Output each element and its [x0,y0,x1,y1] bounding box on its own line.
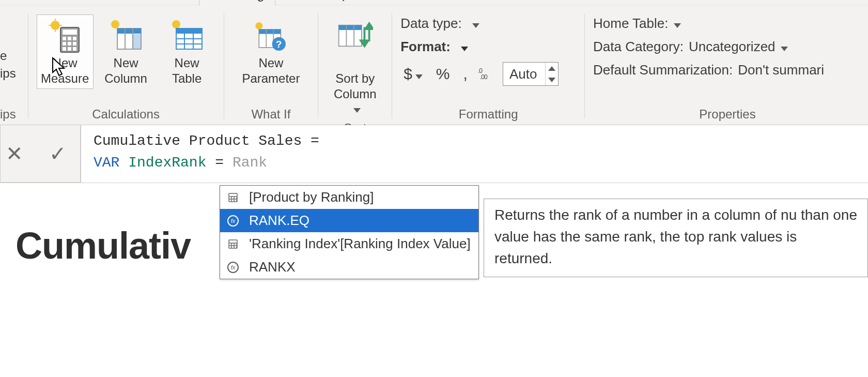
intellisense-item-label: RANK.EQ [249,213,309,229]
svg-rect-21 [133,34,141,49]
ribbon-separator [584,13,585,118]
svg-rect-57 [229,240,237,243]
percent-format-button[interactable]: % [433,65,453,83]
new-column-button[interactable]: New Column [98,14,154,89]
share-button[interactable]: Share [803,0,834,2]
ribbon-separator [318,13,318,118]
formula-line-1: Cumulative Product Sales = [94,130,858,152]
intellisense-tooltip: Returns the rank of a number in a column… [484,199,868,277]
svg-text:?: ? [276,39,282,50]
decimal-places-spinner[interactable]: Auto [503,62,559,86]
clipped-text-1: e [0,49,7,63]
intellisense-item-label: 'Ranking Index'[Ranking Index Value] [249,236,471,252]
function-icon: fx [225,260,241,275]
ribbon-group-formatting: Data type: Format: $ % , .0 [394,5,582,125]
default-summarization-label: Default Summarization: [593,62,733,78]
function-icon: fx [225,213,241,229]
data-category-value: Uncategorized [689,39,776,55]
intellisense-popup: [Product by Ranking] fx RANK.EQ 'Ranking… [220,185,479,279]
svg-rect-63 [235,246,236,248]
intellisense-item-label: [Product by Ranking] [249,189,374,205]
decimal-places-icon: .0 .00 [478,65,495,83]
currency-format-button[interactable]: $ [400,65,426,83]
intellisense-item[interactable]: [Product by Ranking] [220,186,478,209]
data-category-label: Data Category: [593,39,684,55]
formula-accept-button[interactable]: ✓ [49,143,67,164]
formula-editor[interactable]: Cumulative Product Sales = VAR IndexRank… [81,125,868,183]
ribbon-group-whatif: ? New Parameter What If [226,5,316,125]
ribbon-separator [224,13,224,118]
svg-rect-18 [117,28,141,34]
decimal-places-value: Auto [503,66,546,82]
new-column-icon [108,18,144,54]
svg-point-22 [172,20,180,28]
format-dropdown[interactable] [461,39,468,55]
svg-rect-8 [68,37,71,40]
home-table-label: Home Table: [593,16,669,32]
svg-rect-10 [63,42,66,46]
svg-rect-50 [235,197,236,199]
sort-by-column-icon [337,18,373,54]
new-parameter-icon: ? [253,18,289,54]
new-table-button[interactable]: New Table [159,14,215,89]
clipped-text-2: ips [0,66,16,81]
properties-group-label: Properties [699,106,755,124]
ribbon-group-calculations: New Measure New Column [30,5,222,125]
spinner-down[interactable] [546,74,558,85]
svg-rect-11 [68,42,71,46]
svg-point-29 [256,22,263,29]
new-parameter-label: New Parameter [242,55,300,86]
svg-rect-9 [73,37,76,40]
calculations-group-label: Calculations [92,106,160,124]
home-table-dropdown[interactable] [674,16,681,32]
svg-rect-60 [235,244,236,245]
sort-by-column-button[interactable]: Sort by Column [327,14,383,120]
svg-rect-53 [235,200,236,201]
thousands-separator-button[interactable]: , [460,65,471,83]
titlebar-right: WatchLater Share Info [734,0,864,2]
svg-point-16 [111,20,119,28]
svg-rect-7 [63,37,66,40]
watch-later-button[interactable]: WatchLater [734,0,792,2]
new-measure-label: New Measure [41,55,89,86]
formula-cancel-button[interactable]: ✕ [6,143,23,164]
svg-rect-24 [176,28,202,34]
svg-rect-47 [229,194,237,196]
new-table-icon [169,18,205,54]
intellisense-item[interactable]: 'Ranking Index'[Ranking Index Value] [220,232,478,255]
data-type-dropdown[interactable] [472,16,479,32]
new-measure-button[interactable]: New Measure [37,14,94,89]
svg-rect-61 [229,246,231,248]
default-summarization-value: Don't summari [738,62,824,78]
ribbon-group-properties: Home Table: Data Category: Uncategorized… [587,5,868,125]
svg-rect-15 [73,47,76,51]
intellisense-item[interactable]: fx RANK.EQ [220,209,478,232]
spinner-up[interactable] [546,63,558,74]
ribbon-group-sort: Sort by Column Sort [320,5,390,125]
formula-line-2: VAR IndexRank = Rank [94,152,858,174]
svg-rect-62 [232,246,234,248]
formula-bar: ✕ ✓ Cumulative Product Sales = VAR Index… [0,125,868,183]
intellisense-item-label: RANKX [249,259,296,275]
intellisense-item[interactable]: fx RANKX [220,255,478,279]
data-category-dropdown[interactable] [781,39,788,55]
svg-rect-6 [63,29,77,35]
ribbon-separator [28,13,28,118]
measure-icon [225,190,241,205]
formatting-group-label: Formatting [459,106,518,124]
ribbon-separator [392,13,392,118]
svg-rect-37 [339,25,362,30]
chevron-down-icon [415,65,423,83]
info-button[interactable]: Info [845,0,864,2]
new-table-label: New Table [172,55,202,86]
measure-icon [225,236,241,252]
sort-by-column-label: Sort by Column [328,55,382,117]
svg-rect-58 [229,244,231,245]
svg-text:.00: .00 [480,73,488,80]
svg-text:fx: fx [231,218,236,224]
svg-rect-12 [73,42,76,46]
new-column-label: New Column [104,55,147,86]
new-measure-icon [47,18,83,54]
ribbon: e ips ips [0,5,868,125]
new-parameter-button[interactable]: ? New Parameter [232,14,309,89]
